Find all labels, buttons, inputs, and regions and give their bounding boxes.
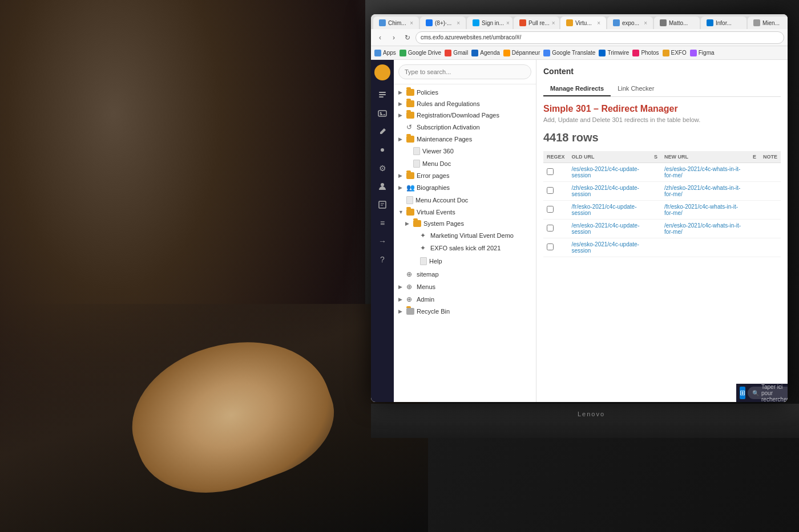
windows-start-button[interactable]: ⊞ [740, 387, 745, 399]
laptop-screen: Chim... × (8+)·... × Sign in... × Pull r… [371, 14, 788, 402]
tree-item-menus[interactable]: ▶ ⊕ Menus [394, 281, 536, 293]
tree-item-viewer360[interactable]: Viewer 360 [394, 145, 536, 157]
cms-logo[interactable] [374, 64, 390, 80]
tab-label-4: Pull re... [528, 20, 550, 26]
bookmark-apps[interactable]: Apps [374, 50, 396, 56]
tree-item-rules[interactable]: ▶ Rules and Regulations [394, 98, 536, 109]
panel-title: Content [543, 67, 781, 76]
laptop-brand: Lenovo [578, 411, 605, 417]
tree-item-policies[interactable]: ▶ Policies [394, 87, 536, 98]
browser-tab-4[interactable]: Pull re... × [514, 17, 559, 29]
rail-forms-icon[interactable] [374, 197, 390, 213]
svg-rect-2 [379, 96, 384, 98]
cell-old-url-2: /fr/esko-2021/c4c-update-session [568, 201, 651, 220]
back-button[interactable]: ‹ [374, 32, 386, 43]
link-old-url-4[interactable]: /es/esko-2021/c4c-update-session [572, 241, 639, 254]
rail-tools-icon[interactable] [374, 124, 390, 140]
tree-item-biographies[interactable]: ▶ 👥 Biographies [394, 181, 536, 194]
tree-item-sitemap[interactable]: ⊕ sitemap [394, 268, 536, 281]
tab-close-5[interactable]: × [597, 20, 600, 26]
tree-item-recycle-bin[interactable]: ▶ Recycle Bin [394, 306, 536, 317]
tree-special-icon-sitemap: ⊕ [406, 270, 414, 278]
taskbar-search-icon: 🔍 [752, 390, 759, 396]
bookmark-label-photos: Photos [641, 50, 659, 56]
tree-item-virtual-events[interactable]: ▼ Virtual Events [394, 206, 536, 218]
cell-note-2 [760, 201, 781, 220]
link-old-url-3[interactable]: /en/esko-2021/c4c-update-session [572, 222, 640, 235]
reload-button[interactable]: ↻ [402, 32, 413, 43]
tree-container: ▶ Policies ▶ Rules and Regulations ▶ [394, 84, 536, 402]
bookmark-depanneur[interactable]: Dépanneur [503, 50, 540, 56]
tree-item-marketing-virtual[interactable]: ✦ Marketing Virtual Event Demo [394, 229, 536, 242]
rail-settings-icon[interactable] [374, 142, 390, 158]
rail-config-icon[interactable]: ⚙ [374, 160, 390, 176]
tree-item-subscription[interactable]: ↺ Subscription Activation [394, 121, 536, 133]
link-new-url-2[interactable]: /fr/esko-2021/c4c-whats-in-it-for-me/ [664, 204, 738, 216]
rail-media-icon[interactable] [374, 105, 390, 121]
content-tabs: Manage Redirects Link Checker [543, 82, 781, 97]
rail-content-icon[interactable] [374, 87, 390, 103]
bookmark-label-gmail: Gmail [453, 50, 468, 56]
tree-item-error-pages[interactable]: ▶ Error pages [394, 170, 536, 181]
browser-tab-2[interactable]: (8+)·... × [420, 17, 466, 29]
tab-close-6[interactable]: × [644, 20, 647, 26]
checkbox-regex-4[interactable] [547, 243, 554, 250]
bookmark-agenda[interactable]: Agenda [471, 50, 499, 56]
address-bar[interactable] [415, 31, 784, 44]
tab-favicon-6 [613, 19, 620, 26]
bookmark-icon-trimwire [599, 50, 606, 56]
col-old-url: OLD URL [568, 151, 651, 163]
browser-tab-1[interactable]: Chim... × [373, 17, 419, 29]
checkbox-regex-3[interactable] [547, 225, 554, 232]
taskbar-search[interactable]: 🔍 Taper ici pour rechercher 🎤 [748, 387, 788, 399]
browser-tab-7[interactable]: Matto... [654, 17, 700, 29]
rail-help-icon[interactable]: ? [374, 251, 390, 267]
tree-item-admin[interactable]: ▶ ⊕ Admin [394, 293, 536, 306]
tree-item-menu-doc[interactable]: Menu Doc [394, 157, 536, 170]
browser-tab-8[interactable]: Infor... [701, 17, 746, 29]
bookmark-trimwire[interactable]: Trimwire [599, 50, 629, 56]
rail-redirect-icon[interactable]: → [374, 233, 390, 249]
checkbox-regex-1[interactable] [547, 187, 554, 194]
bookmark-figma[interactable]: Figma [690, 50, 715, 56]
forward-button[interactable]: › [388, 32, 400, 43]
tree-item-registration[interactable]: ▶ Registration/Download Pages [394, 109, 536, 121]
bookmark-photos[interactable]: Photos [632, 50, 659, 56]
redirect-manager-title: Simple 301 – Redirect Manager [543, 104, 781, 114]
col-note: NOTE [760, 151, 781, 163]
bookmark-exfo[interactable]: EXFO [663, 50, 687, 56]
checkbox-regex-0[interactable] [547, 168, 554, 175]
tree-item-maintenance[interactable]: ▶ Maintenance Pages [394, 133, 536, 145]
checkbox-regex-2[interactable] [547, 206, 554, 213]
link-new-url-1[interactable]: /zh/esko-2021/c4c-whats-in-it-for-me/ [664, 185, 740, 197]
tab-close-4[interactable]: × [552, 20, 555, 26]
browser-tab-9[interactable]: Mien... [748, 17, 788, 29]
browser-tab-3[interactable]: Sign in... × [467, 17, 513, 29]
cell-e-4 [749, 238, 760, 257]
tree-item-help[interactable]: Help ••• [394, 254, 536, 268]
bookmark-gmail[interactable]: Gmail [445, 50, 468, 56]
link-new-url-0[interactable]: /es/esko-2021/c4c-whats-in-it-for-me/ [664, 166, 740, 178]
redirect-table: REGEX OLD URL S NEW URL E NOTE /es/esko-… [543, 151, 781, 257]
tree-item-menu-account[interactable]: Menu Account Doc [394, 194, 536, 206]
link-new-url-3[interactable]: /en/esko-2021/c4c-whats-in-it-for-me/ [664, 222, 741, 235]
tree-folder-icon-policies [406, 89, 414, 96]
browser-tab-5[interactable]: Virtu... × [560, 17, 606, 29]
rail-users-icon[interactable] [374, 178, 390, 194]
tree-search-input[interactable] [398, 64, 531, 79]
tab-close-2[interactable]: × [457, 20, 460, 26]
link-old-url-0[interactable]: /es/esko-2021/c4c-update-session [572, 166, 639, 178]
bookmark-translate[interactable]: Google Translate [543, 50, 595, 56]
tab-manage-redirects[interactable]: Manage Redirects [543, 82, 611, 96]
bookmark-drive[interactable]: Google Drive [400, 50, 441, 56]
link-old-url-1[interactable]: /zh/esko-2021/c4c-update-session [572, 185, 639, 197]
tree-page-icon-marketing: ✦ [420, 232, 428, 239]
link-old-url-2[interactable]: /fr/esko-2021/c4c-update-session [572, 204, 637, 216]
rail-reports-icon[interactable]: ≡ [374, 215, 390, 231]
tree-item-exfo-sales[interactable]: ✦ EXFO sales kick off 2021 [394, 242, 536, 254]
tab-close-1[interactable]: × [410, 20, 413, 26]
tree-item-system-pages[interactable]: ▶ System Pages [394, 218, 536, 229]
tab-link-checker[interactable]: Link Checker [611, 82, 661, 96]
browser-tab-6[interactable]: expo... × [607, 17, 653, 29]
tab-close-3[interactable]: × [506, 20, 510, 26]
